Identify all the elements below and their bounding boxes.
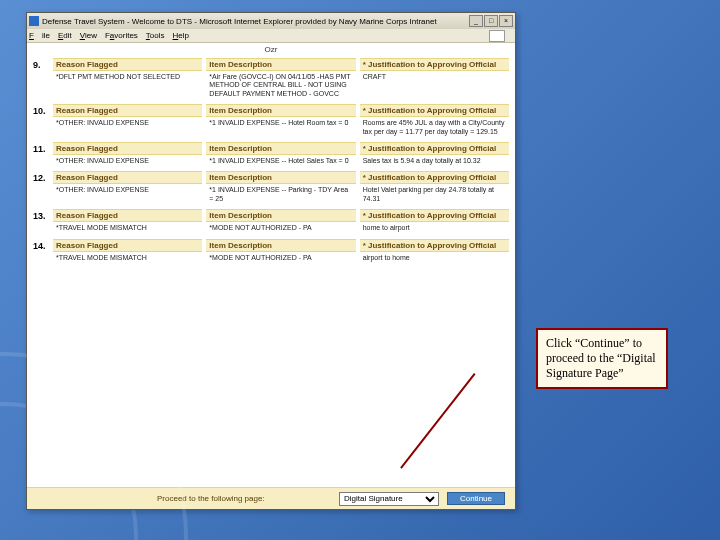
col-header-reason: Reason Flagged [53,171,202,184]
item-justification: home to airport [360,222,509,232]
item-reason: *OTHER: INVALID EXPENSE [53,155,202,165]
col-header-just: * Justification to Approving Official [360,209,509,222]
item-number: 11. [33,142,53,154]
ie-icon [29,16,39,26]
flag-item: 9.Reason Flagged*DFLT PMT METHOD NOT SEL… [33,58,509,98]
continue-button[interactable]: Continue [447,492,505,505]
item-reason: *DFLT PMT METHOD NOT SELECTED [53,71,202,81]
item-justification: Sales tax is 5.94 a day totally at 10.32 [360,155,509,165]
throbber-icon [489,30,505,42]
col-header-desc: Item Description [206,104,355,117]
item-justification: Hotel Valet parking per day 24.78 totall… [360,184,509,203]
col-header-reason: Reason Flagged [53,209,202,222]
col-header-desc: Item Description [206,171,355,184]
item-justification: CRAFT [360,71,509,81]
col-header-just: * Justification to Approving Official [360,171,509,184]
col-header-reason: Reason Flagged [53,239,202,252]
item-number: 14. [33,239,53,251]
col-header-just: * Justification to Approving Official [360,58,509,71]
callout-leader-line [474,373,538,443]
item-reason: *TRAVEL MODE MISMATCH [53,222,202,232]
col-header-just: * Justification to Approving Official [360,239,509,252]
flag-item: 14.Reason Flagged*TRAVEL MODE MISMATCHIt… [33,239,509,262]
col-header-just: * Justification to Approving Official [360,104,509,117]
item-description: *Air Fare (GOVCC-I) ON 04/11/05 -HAS PMT… [206,71,355,98]
menu-tools[interactable]: Tools [146,31,165,40]
item-description: *1 INVALID EXPENSE -- Parking - TDY Area… [206,184,355,203]
col-header-reason: Reason Flagged [53,142,202,155]
item-reason: *OTHER: INVALID EXPENSE [53,117,202,127]
flag-item: 12.Reason Flagged*OTHER: INVALID EXPENSE… [33,171,509,203]
close-button[interactable]: × [499,15,513,27]
instruction-callout: Click “Continue” to proceed to the “Digi… [536,328,668,389]
col-header-desc: Item Description [206,58,355,71]
col-header-desc: Item Description [206,142,355,155]
ozr-label: Ozr [33,45,509,54]
callout-text: Click “Continue” to proceed to the “Digi… [546,336,656,380]
item-number: 9. [33,58,53,70]
col-header-desc: Item Description [206,239,355,252]
item-justification: Rooms are 45% JUL a day with a City/Coun… [360,117,509,136]
item-description: *MODE NOT AUTHORIZED - PA [206,252,355,262]
page-select[interactable]: Digital Signature [339,492,439,506]
menu-favorites[interactable]: Favorites [105,31,138,40]
item-description: *MODE NOT AUTHORIZED - PA [206,222,355,232]
menubar: File Edit View Favorites Tools Help [27,29,515,43]
menu-help[interactable]: Help [173,31,189,40]
item-reason: *TRAVEL MODE MISMATCH [53,252,202,262]
item-number: 10. [33,104,53,116]
menu-edit[interactable]: Edit [58,31,72,40]
col-header-reason: Reason Flagged [53,104,202,117]
titlebar: Defense Travel System - Welcome to DTS -… [27,13,515,29]
flag-item: 11.Reason Flagged*OTHER: INVALID EXPENSE… [33,142,509,165]
col-header-reason: Reason Flagged [53,58,202,71]
page-client: Ozr 9.Reason Flagged*DFLT PMT METHOD NOT… [27,43,515,509]
minimize-button[interactable]: _ [469,15,483,27]
menu-view[interactable]: View [80,31,97,40]
item-reason: *OTHER: INVALID EXPENSE [53,184,202,194]
item-description: *1 INVALID EXPENSE -- Hotel Sales Tax = … [206,155,355,165]
footer-bar: Proceed to the following page: Digital S… [27,487,515,509]
flag-item: 13.Reason Flagged*TRAVEL MODE MISMATCHIt… [33,209,509,232]
item-number: 12. [33,171,53,183]
col-header-just: * Justification to Approving Official [360,142,509,155]
footer-label: Proceed to the following page: [157,494,265,503]
window-title: Defense Travel System - Welcome to DTS -… [42,17,437,26]
menu-file[interactable]: File [29,31,50,40]
item-number: 13. [33,209,53,221]
col-header-desc: Item Description [206,209,355,222]
browser-window: Defense Travel System - Welcome to DTS -… [26,12,516,510]
item-justification: airport to home [360,252,509,262]
flag-item: 10.Reason Flagged*OTHER: INVALID EXPENSE… [33,104,509,136]
maximize-button[interactable]: □ [484,15,498,27]
item-description: *1 INVALID EXPENSE -- Hotel Room tax = 0 [206,117,355,127]
